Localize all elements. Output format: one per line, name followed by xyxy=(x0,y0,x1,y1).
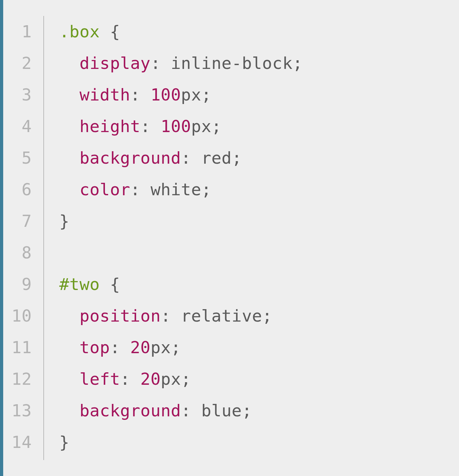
token-property: top xyxy=(79,338,110,357)
code-line: position: relative; xyxy=(59,300,459,332)
line-number: 5 xyxy=(11,142,32,174)
code-line: background: red; xyxy=(59,142,459,174)
code-content[interactable]: .box { display: inline-block; width: 100… xyxy=(44,16,459,460)
token-punct: ; xyxy=(262,306,272,325)
token-property: background xyxy=(79,401,181,420)
token-property: position xyxy=(79,306,160,325)
token-punct: ; xyxy=(181,369,191,389)
token-punct: ; xyxy=(232,148,242,167)
token-punct: : xyxy=(130,85,140,104)
code-block: 1234567891011121314 .box { display: inli… xyxy=(0,0,459,476)
code-line: background: blue; xyxy=(59,395,459,427)
line-number: 9 xyxy=(11,269,32,300)
token-value: blue xyxy=(201,401,242,420)
line-number: 2 xyxy=(11,48,32,79)
token-number: 20 xyxy=(140,369,161,389)
token-plain xyxy=(120,338,130,357)
code-line: display: inline-block; xyxy=(59,48,459,79)
line-number: 14 xyxy=(11,427,32,458)
code-line: color: white; xyxy=(59,174,459,205)
token-punct: : xyxy=(130,180,140,199)
token-brace: { xyxy=(110,22,120,41)
token-number: 100 xyxy=(151,85,181,104)
token-number: 100 xyxy=(161,117,191,136)
token-plain xyxy=(59,117,80,136)
token-punct: ; xyxy=(171,338,181,357)
token-selector: .box xyxy=(59,22,100,41)
code-line: } xyxy=(59,205,459,237)
token-punct: ; xyxy=(242,401,252,420)
token-plain xyxy=(151,117,161,136)
token-plain xyxy=(59,369,80,389)
token-plain xyxy=(59,338,80,357)
code-line: left: 20px; xyxy=(59,363,459,395)
token-property: display xyxy=(79,54,151,73)
token-punct: : xyxy=(181,401,191,420)
token-value: white xyxy=(151,180,201,199)
token-plain xyxy=(59,54,80,73)
line-number-gutter: 1234567891011121314 xyxy=(3,16,44,460)
token-punct: : xyxy=(120,369,130,389)
token-value: red xyxy=(201,148,232,167)
token-punct: : xyxy=(181,148,191,167)
token-punct: ; xyxy=(211,117,222,136)
token-punct: : xyxy=(151,54,161,73)
token-selector: #two xyxy=(59,275,100,294)
code-line: top: 20px; xyxy=(59,332,459,363)
token-plain xyxy=(191,401,201,420)
line-number: 4 xyxy=(11,111,32,142)
line-number: 11 xyxy=(11,332,32,363)
token-plain xyxy=(171,306,181,325)
token-punct: : xyxy=(161,306,171,325)
token-punct: : xyxy=(110,338,120,357)
code-line: width: 100px; xyxy=(59,79,459,111)
line-number: 13 xyxy=(11,395,32,427)
token-plain xyxy=(59,401,80,420)
code-line: .box { xyxy=(59,16,459,48)
token-unit: px xyxy=(191,117,211,136)
code-line: height: 100px; xyxy=(59,111,459,142)
token-plain xyxy=(140,180,151,199)
token-property: color xyxy=(79,180,130,199)
line-number: 3 xyxy=(11,79,32,111)
token-punct: ; xyxy=(292,54,303,73)
code-line: #two { xyxy=(59,269,459,300)
token-punct: : xyxy=(140,117,151,136)
token-unit: px xyxy=(161,369,181,389)
token-brace: } xyxy=(59,212,70,231)
token-plain xyxy=(59,148,80,167)
token-plain xyxy=(59,180,80,199)
token-plain xyxy=(100,22,110,41)
token-plain xyxy=(161,54,171,73)
token-plain xyxy=(130,369,140,389)
token-property: background xyxy=(79,148,181,167)
line-number: 6 xyxy=(11,174,32,205)
token-punct: ; xyxy=(201,85,211,104)
token-property: height xyxy=(79,117,140,136)
line-number: 7 xyxy=(11,205,32,237)
token-brace: { xyxy=(110,275,120,294)
token-value: relative xyxy=(181,306,262,325)
line-number: 8 xyxy=(11,237,32,269)
token-plain xyxy=(59,85,80,104)
line-number: 1 xyxy=(11,16,32,48)
token-plain xyxy=(59,306,80,325)
token-unit: px xyxy=(181,85,201,104)
token-plain xyxy=(140,85,151,104)
token-value: inline-block xyxy=(171,54,293,73)
code-line: } xyxy=(59,427,459,458)
code-line xyxy=(59,237,459,269)
token-plain xyxy=(100,275,110,294)
token-unit: px xyxy=(151,338,171,357)
token-property: width xyxy=(79,85,130,104)
token-number: 20 xyxy=(130,338,151,357)
token-property: left xyxy=(79,369,120,389)
token-punct: ; xyxy=(201,180,211,199)
line-number: 10 xyxy=(11,300,32,332)
token-brace: } xyxy=(59,433,70,452)
token-plain xyxy=(191,148,201,167)
line-number: 12 xyxy=(11,363,32,395)
